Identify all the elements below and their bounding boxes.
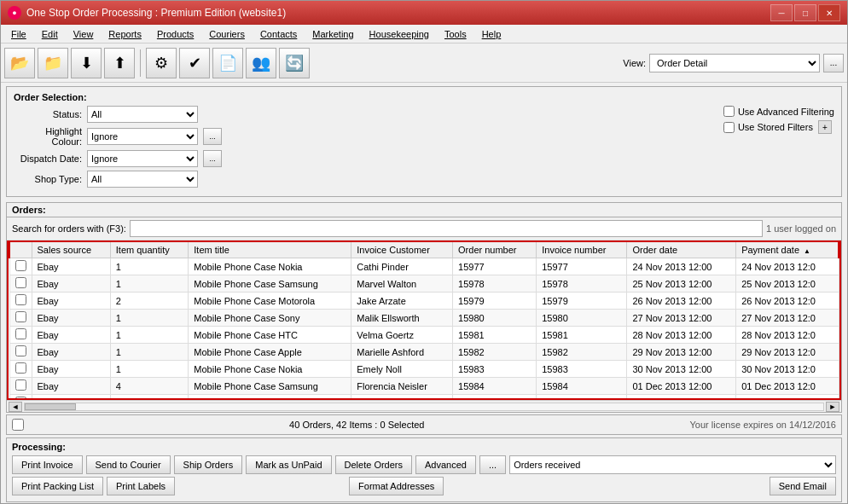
print-packing-list-btn[interactable]: Print Packing List bbox=[12, 477, 103, 495]
format-addresses-btn[interactable]: Format Addresses bbox=[349, 477, 444, 495]
row-checkbox-cell[interactable] bbox=[9, 361, 32, 378]
view-ellipsis-btn[interactable]: ... bbox=[823, 54, 844, 72]
toolbar-btn-8[interactable]: 👥 bbox=[246, 48, 276, 78]
row-checkbox-cell[interactable] bbox=[9, 344, 32, 361]
row-checkbox[interactable] bbox=[15, 379, 26, 391]
row-order-number: 15981 bbox=[453, 327, 537, 344]
toolbar-btn-7[interactable]: 📄 bbox=[212, 48, 243, 78]
col-header-item-title[interactable]: Item title bbox=[189, 241, 351, 258]
col-header-order-date[interactable]: Order date bbox=[627, 241, 736, 258]
stored-filters-plus-btn[interactable]: + bbox=[818, 120, 832, 134]
highlight-select[interactable]: Ignore bbox=[87, 128, 198, 145]
send-email-btn[interactable]: Send Email bbox=[770, 477, 836, 495]
menu-file[interactable]: File bbox=[4, 27, 33, 41]
toolbar-btn-3[interactable]: ⬇ bbox=[71, 48, 102, 78]
col-header-item-qty[interactable]: Item quantity bbox=[110, 241, 189, 258]
table-row[interactable]: Ebay 1 Mobile Phone Case Nokia Emely Nol… bbox=[9, 361, 839, 378]
orders-table: Sales source Item quantity Item title In… bbox=[9, 240, 839, 400]
search-input[interactable] bbox=[130, 220, 763, 237]
view-select[interactable]: Order Detail bbox=[649, 54, 820, 72]
hscroll-bar[interactable]: ◄ ► bbox=[7, 400, 841, 412]
row-checkbox[interactable] bbox=[15, 311, 26, 322]
row-checkbox-cell[interactable] bbox=[9, 327, 32, 344]
row-order-date: 27 Nov 2013 12:00 bbox=[627, 310, 736, 327]
row-checkbox-cell[interactable] bbox=[9, 293, 32, 310]
use-advanced-checkbox[interactable] bbox=[723, 106, 735, 117]
dispatch-settings-btn[interactable]: ... bbox=[203, 150, 222, 167]
search-bar: Search for orders with (F3): 1 user logg… bbox=[7, 217, 841, 240]
menu-housekeeping[interactable]: Housekeeping bbox=[363, 27, 436, 41]
hscroll-right-btn[interactable]: ► bbox=[826, 402, 839, 412]
highlight-label: Highlight Colour: bbox=[14, 126, 82, 147]
table-row[interactable]: Ebay 1 Mobile Phone Case Apple Marielle … bbox=[9, 344, 839, 361]
ship-orders-btn[interactable]: Ship Orders bbox=[174, 455, 243, 474]
menu-edit[interactable]: Edit bbox=[35, 27, 65, 41]
menu-help[interactable]: Help bbox=[475, 27, 508, 41]
menu-couriers[interactable]: Couriers bbox=[202, 27, 252, 41]
send-to-courier-btn[interactable]: Send to Courier bbox=[86, 455, 171, 474]
row-checkbox-cell[interactable] bbox=[9, 310, 32, 327]
col-header-payment-date[interactable]: Payment date ▲ bbox=[736, 241, 839, 258]
close-button[interactable]: ✕ bbox=[818, 4, 840, 21]
col-header-cb[interactable] bbox=[9, 241, 32, 258]
table-row[interactable]: Ebay 1 Mobile Phone Case Samsung Marvel … bbox=[9, 275, 839, 293]
shop-select[interactable]: All bbox=[87, 171, 198, 188]
menu-reports[interactable]: Reports bbox=[102, 27, 148, 41]
toolbar-btn-1[interactable]: 📂 bbox=[4, 48, 35, 78]
row-checkbox[interactable] bbox=[15, 294, 26, 305]
menu-contacts[interactable]: Contacts bbox=[253, 27, 304, 41]
table-row[interactable]: Ebay 1 Mobile Phone Case Nokia Cathi Pin… bbox=[9, 258, 839, 275]
toolbar-btn-6[interactable]: ✔ bbox=[179, 48, 210, 78]
row-order-number: 15978 bbox=[453, 275, 537, 293]
mark-as-unpaid-btn[interactable]: Mark as UnPaid bbox=[246, 455, 331, 474]
row-checkbox[interactable] bbox=[15, 277, 26, 288]
row-checkbox[interactable] bbox=[15, 328, 26, 339]
menu-marketing[interactable]: Marketing bbox=[305, 27, 360, 41]
print-labels-btn[interactable]: Print Labels bbox=[107, 477, 175, 495]
col-header-order-number[interactable]: Order number bbox=[453, 241, 537, 258]
row-checkbox[interactable] bbox=[15, 345, 26, 356]
row-invoice-number: 15984 bbox=[537, 378, 627, 395]
row-payment-date: 30 Nov 2013 12:0 bbox=[736, 361, 839, 378]
toolbar-btn-9[interactable]: 🔄 bbox=[279, 48, 310, 78]
row-item-qty: 1 bbox=[110, 258, 189, 275]
row-payment-date: 01 Dec 2013 12:0 bbox=[736, 378, 839, 395]
menu-tools[interactable]: Tools bbox=[438, 27, 473, 41]
advanced-btn[interactable]: Advanced bbox=[415, 455, 476, 474]
row-checkbox-cell[interactable] bbox=[9, 378, 32, 395]
highlight-settings-btn[interactable]: ... bbox=[203, 128, 222, 145]
col-header-invoice-customer[interactable]: Invoice Customer bbox=[351, 241, 453, 258]
col-header-invoice-number[interactable]: Invoice number bbox=[537, 241, 627, 258]
toolbar-btn-5[interactable]: ⚙ bbox=[146, 48, 177, 78]
toolbar-btn-4[interactable]: ⬆ bbox=[104, 48, 135, 78]
use-stored-checkbox[interactable] bbox=[723, 122, 735, 133]
row-sales-source: Ebay bbox=[32, 310, 110, 327]
hscroll-left-btn[interactable]: ◄ bbox=[9, 402, 22, 412]
row-checkbox[interactable] bbox=[15, 260, 26, 271]
table-row[interactable]: Ebay 1 Mobile Phone Case Sony Malik Ells… bbox=[9, 310, 839, 327]
row-checkbox-cell[interactable] bbox=[9, 275, 32, 293]
table-row[interactable]: Ebay 2 Mobile Phone Case Motorola Jake A… bbox=[9, 293, 839, 310]
menu-products[interactable]: Products bbox=[150, 27, 200, 41]
advanced-ellipsis-btn[interactable]: ... bbox=[479, 455, 506, 474]
table-row[interactable]: Ebay 1 Mobile Phone Case HTC Velma Goert… bbox=[9, 327, 839, 344]
table-row[interactable]: Ebay 4 Mobile Phone Case Samsung Florenc… bbox=[9, 378, 839, 395]
orders-received-select[interactable]: Orders received bbox=[509, 455, 836, 474]
hscroll-thumb[interactable] bbox=[25, 403, 76, 410]
toolbar-btn-2[interactable]: 📁 bbox=[38, 48, 68, 78]
print-invoice-btn[interactable]: Print Invoice bbox=[12, 455, 83, 474]
delete-orders-btn[interactable]: Delete Orders bbox=[335, 455, 412, 474]
status-select[interactable]: All bbox=[87, 106, 198, 123]
maximize-button[interactable]: □ bbox=[794, 4, 816, 21]
row-checkbox-cell[interactable] bbox=[9, 258, 32, 275]
row-checkbox[interactable] bbox=[15, 362, 26, 374]
row-sales-source: Ebay bbox=[32, 361, 110, 378]
row-invoice-number: 15983 bbox=[537, 361, 627, 378]
minimize-button[interactable]: ─ bbox=[770, 4, 793, 21]
menu-view[interactable]: View bbox=[67, 27, 101, 41]
row-item-qty: 1 bbox=[110, 310, 189, 327]
select-all-checkbox[interactable] bbox=[12, 419, 24, 431]
orders-table-container: Sales source Item quantity Item title In… bbox=[7, 240, 841, 400]
col-header-sales-source[interactable]: Sales source bbox=[32, 241, 110, 258]
dispatch-select[interactable]: Ignore bbox=[87, 150, 198, 167]
